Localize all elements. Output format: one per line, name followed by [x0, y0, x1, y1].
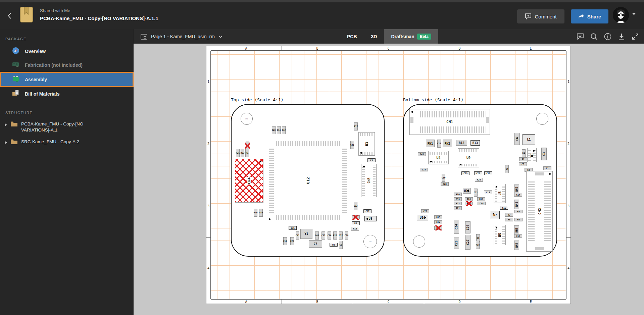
component-label: C40 [315, 232, 318, 239]
zone-rows-right: 1234 [566, 51, 571, 299]
share-button[interactable]: Share [571, 9, 608, 23]
component-label: C43 [418, 153, 426, 156]
tree-item-0[interactable]: PCBA-Kame_FMU - Copy-[NO VARIATIONS]-A.1 [0, 118, 134, 136]
comment-plus-icon [525, 13, 532, 19]
component-label: R9 [352, 222, 359, 225]
component-label: R2 [519, 158, 527, 161]
component-RN2: RN2 [443, 140, 452, 147]
component-R9: R9 [352, 221, 360, 225]
component-label: R13 [471, 141, 480, 145]
component-label: RN6 [512, 202, 521, 207]
component-label: RN2 [443, 140, 452, 147]
component-label: R7 [505, 213, 513, 216]
component-C34: C34 [277, 126, 281, 134]
pin1-dot [460, 164, 461, 165]
component-U1: U1 [527, 148, 537, 162]
tab-draftsman[interactable]: DraftsmanBeta [384, 29, 438, 44]
back-button[interactable] [5, 11, 14, 20]
zone-row-3: 3 [206, 175, 210, 237]
tab-3d[interactable]: 3D [364, 29, 384, 44]
caret-down-icon[interactable] [632, 13, 636, 15]
component-R13: R13 [470, 140, 480, 146]
component-label: R10 [351, 227, 359, 230]
component-C44: C44 [478, 202, 486, 205]
tab-pcb[interactable]: PCB [340, 29, 364, 44]
component-label: C4 [505, 165, 508, 173]
component-C32: C32 [354, 202, 357, 210]
app-header: Shared with Me PCBA-Kame_FMU - Copy-[NO … [0, 2, 644, 29]
tree-expand-caret-icon[interactable] [5, 123, 7, 126]
tree-expand-caret-icon[interactable] [5, 141, 7, 144]
zone-row-1: 1 [566, 51, 571, 113]
component-C28: C28 [272, 126, 276, 134]
component-label: RN3 [512, 228, 521, 232]
pin1-dot [363, 166, 365, 167]
component-label: R15 [435, 216, 442, 219]
component-R15: R15 [434, 215, 442, 219]
tree-item-1[interactable]: SRC-Kame_FMU - Copy-A.2 [0, 136, 134, 149]
component-label: C22 [474, 189, 477, 196]
component-label: C11 [438, 140, 441, 147]
avatar[interactable] [613, 7, 629, 23]
component-label: C6 [511, 137, 523, 141]
sidebar-item-bill-of-materials[interactable]: Bill of Materials [0, 87, 134, 101]
component-U11: U11 [463, 188, 471, 194]
component-C30: C30 [259, 209, 263, 217]
sidebar-item-fabrication-not-included[interactable]: Fabrication (not included) [0, 58, 134, 72]
component-R26: R26 [465, 197, 473, 201]
component-R28: R28 [441, 182, 449, 186]
component-C14: C14 [514, 193, 522, 197]
component-label: RN4 [512, 243, 521, 248]
component-label: C5 [519, 163, 527, 166]
zone-columns-top: ABCDE [211, 46, 566, 51]
info-icon[interactable] [604, 33, 612, 41]
component-label: L1 [523, 135, 535, 145]
component-label: R4 [522, 150, 525, 157]
download-icon[interactable] [617, 33, 626, 41]
component-label: Y1 [301, 229, 312, 239]
component-nofit [536, 113, 548, 125]
structure-tree: PCBA-Kame_FMU - Copy-[NO VARIATIONS]-A.1… [0, 118, 134, 149]
drawing-canvas[interactable]: ABCDE ABCDE 1234 1234 Top side (Scale 4:… [134, 44, 644, 315]
component-R18: R18 [476, 241, 480, 249]
component-U2: U2 [330, 243, 338, 247]
component-label: R19 [478, 198, 485, 201]
component-label [413, 236, 425, 247]
component-label: R29 [254, 209, 257, 216]
comment-button[interactable]: Comment [517, 9, 564, 23]
component-label: R14 [435, 221, 442, 224]
pin1-dot [493, 213, 494, 214]
comments-icon[interactable] [576, 33, 584, 41]
component-FM2: FM2 [363, 235, 377, 248]
zone-col-B: B [282, 300, 353, 304]
pin1-dot [269, 218, 270, 220]
component-label: C14 [514, 193, 522, 196]
package-section-header: PACKAGE [5, 37, 134, 41]
sidebar-item-label: Assembly [25, 77, 47, 82]
component-C40: C40 [315, 231, 319, 240]
zone-row-4: 4 [566, 237, 571, 300]
component-C19: C19 [461, 171, 469, 175]
component-label: R11 [352, 216, 359, 219]
sidebar-item-overview[interactable]: Overview [0, 44, 134, 58]
component-label: R1 [246, 149, 249, 157]
component-C7: C7 [309, 240, 322, 248]
component-C18: C18 [484, 171, 492, 175]
component-C33: C33 [321, 231, 325, 240]
component-label: C34 [277, 126, 280, 134]
component-label: C16 [500, 206, 508, 209]
sidebar-item-assembly[interactable]: Assembly [0, 72, 134, 87]
search-icon[interactable] [590, 33, 598, 41]
component-label: R20 [334, 232, 337, 239]
zone-row-1: 1 [206, 51, 210, 113]
compass-icon [12, 47, 19, 56]
component-C11: C11 [437, 140, 441, 148]
component-label: C35 [289, 226, 296, 229]
component-label: U11 [463, 188, 470, 193]
component-label: C10 [442, 174, 445, 181]
component-C23: C23 [420, 168, 428, 171]
component-label: U5 [490, 229, 510, 241]
component-label: CN3 [352, 173, 385, 188]
fullscreen-icon[interactable] [631, 33, 639, 41]
page-selector[interactable]: Page 1 - Kame_FMU_asm_rm [141, 29, 222, 44]
